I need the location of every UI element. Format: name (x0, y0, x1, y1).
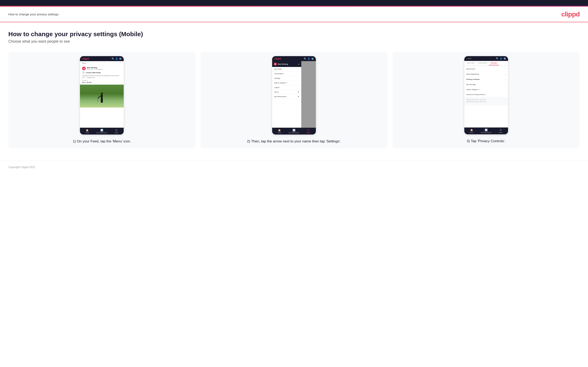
menu-user-row[interactable]: B Blair McHarg ▲ (272, 61, 301, 67)
nav-menu-1[interactable]: ☰ Menu (109, 128, 124, 134)
search-icon-3: 🔍 (496, 57, 499, 60)
settings-item-service-privacy[interactable]: Service & Privacy Policy ↗ (464, 92, 508, 97)
step-3-caption: 3) Tap 'Privacy Controls'. (467, 139, 506, 144)
nav-menu-3[interactable]: ☰ Menu (493, 128, 508, 134)
menu-item-settings[interactable]: Settings (272, 76, 301, 81)
data-integrations-label: Data Integrations (467, 73, 479, 75)
lesson-icon: ✏️ (82, 71, 85, 74)
logo: clippd (561, 10, 580, 18)
nav-menu-label-3: Menu (499, 132, 503, 133)
step-3-card: < Back 🔍 👤 ⚙️ My Profile Connections Set… (392, 52, 580, 148)
menu-item-profile[interactable]: My Profile (272, 67, 301, 72)
settings-icon-3: ⚙️ (503, 57, 506, 60)
back-button[interactable]: < Back (467, 58, 472, 59)
close-icon: ✕ (308, 129, 309, 132)
nav-home-2[interactable]: 🏠 Home (272, 128, 287, 134)
phone-logo-2: clippd (274, 57, 281, 60)
settings-item-my-golf-bag[interactable]: My Golf Bag › (464, 82, 508, 87)
my-golf-bag-label: My Golf Bag (467, 83, 476, 85)
nav-home-3[interactable]: 🏠 Home (464, 128, 479, 134)
chevron-right-3: › (505, 78, 506, 80)
settings-item-privacy-controls[interactable]: Privacy Controls › (464, 77, 508, 82)
svg-point-0 (101, 92, 103, 95)
menu-item-help[interactable]: Help & Support ↗ (272, 81, 301, 85)
avatar-1: B (82, 67, 86, 70)
nav-home-label-3: Home (469, 132, 474, 133)
nav-performance-2[interactable]: 📊 My Performance (287, 128, 301, 134)
step-2-caption: 2) Then, tap the arrow next to your name… (247, 139, 341, 144)
footer: Copyright Clippd 2022 (0, 161, 588, 173)
chevron-right-1: › (505, 68, 506, 70)
nav-home-1[interactable]: 🏠 Home (80, 128, 95, 134)
phone-top-bar-3: < Back 🔍 👤 ⚙️ (464, 56, 508, 61)
settings-item-my-account[interactable]: My Account › (464, 66, 508, 71)
menu-section-performance[interactable]: My Performance ▼ (272, 94, 301, 99)
nav-menu-2[interactable]: ✕ Menu (301, 128, 316, 134)
version-line-1: Clippd Client Version: 2022.8.3-3 (467, 99, 506, 101)
svg-line-4 (98, 96, 101, 98)
settings-icon-2: ⚙️ (311, 58, 314, 60)
menu-performance-label: My Performance (274, 96, 286, 98)
phone-top-bar-2: clippd 🔍 👤 ⚙️ (272, 56, 316, 61)
search-icon: 🔍 (112, 58, 114, 60)
svg-rect-1 (101, 95, 103, 99)
step-2-card: clippd 🔍 👤 ⚙️ Feed content... (200, 52, 388, 148)
footer-copyright: Copyright Clippd 2022 (8, 166, 35, 169)
privacy-controls-label: Privacy Controls (467, 78, 480, 80)
lesson-title: Lesson with Fordy (86, 72, 101, 74)
menu-user-name: Blair McHarg (278, 63, 288, 65)
svg-line-5 (98, 98, 98, 102)
nav-menu-label-1: Menu (115, 132, 119, 133)
tab-connections[interactable]: Connections (476, 61, 489, 65)
svg-rect-3 (102, 99, 103, 103)
lesson-row: ✏️ Lesson with Fordy (82, 71, 121, 74)
help-support-label: Help & Support ↗ (467, 89, 480, 91)
nav-performance-1[interactable]: 📊 My Performance (95, 128, 109, 134)
duration-val: 01 hr : 30 min (82, 82, 91, 83)
page-heading: How to change your privacy settings (Mob… (8, 31, 580, 38)
step-1-card: clippd 🔍 👤 ⚙️ Feed B Blair McHarg (8, 52, 196, 148)
menu-panel: B Blair McHarg ▲ My Profile Connections … (272, 61, 301, 128)
tab-settings[interactable]: Settings (489, 61, 499, 65)
feed-post: B Blair McHarg Yesterday · Sunningdale ✏… (80, 65, 124, 85)
performance-icon: 📊 (100, 129, 103, 132)
feed-tab: Feed (80, 61, 124, 65)
nav-performance-label-3: My Performance (481, 132, 491, 133)
version-info: Clippd Client Version: 2022.8.3-3 GQL Se… (464, 97, 508, 105)
menu-item-logout[interactable]: Logout (272, 85, 301, 90)
post-name: Blair McHarg (87, 67, 103, 69)
header-title: How to change your privacy settings (8, 12, 59, 16)
post-header: B Blair McHarg Yesterday · Sunningdale (82, 67, 121, 70)
settings-tabs: My Profile Connections Settings (464, 61, 508, 66)
chevron-down-icon-2: ▼ (298, 96, 299, 98)
step-2-phone: clippd 🔍 👤 ⚙️ Feed content... (272, 56, 316, 134)
phone-bottom-nav-2: 🏠 Home 📊 My Performance ✕ Menu (272, 128, 316, 134)
nav-performance-3[interactable]: 📊 My Performance (479, 128, 493, 134)
menu-section-home[interactable]: Home ▼ (272, 90, 301, 94)
top-bar (0, 0, 588, 6)
nav-home-label-2: Home (277, 132, 282, 133)
menu-item-connections[interactable]: Connections (272, 72, 301, 76)
performance-icon-2: 📊 (293, 129, 295, 132)
settings-list: My Account › Data Integrations › Privacy… (464, 66, 508, 105)
phone-bottom-nav-1: 🏠 Home 📊 My Performance ☰ Menu (80, 128, 124, 134)
post-sub: Yesterday · Sunningdale (87, 69, 103, 70)
service-privacy-label: Service & Privacy Policy ↗ (467, 93, 486, 95)
duration-row: Duration 01 hr : 30 min (82, 79, 121, 83)
settings-item-help-support[interactable]: Help & Support ↗ (464, 87, 508, 92)
settings-icon: ⚙️ (119, 58, 121, 60)
settings-item-data-integrations[interactable]: Data Integrations › (464, 72, 508, 76)
menu-home-label: Home (274, 91, 279, 93)
duration-label: Duration (82, 80, 87, 81)
version-line-2: GQL Server Version: 2022.7.30-1 (467, 101, 506, 103)
main-content: How to change your privacy settings (Mob… (0, 22, 588, 161)
phone-bottom-nav-3: 🏠 Home 📊 My Performance ☰ Menu (464, 127, 508, 134)
phone-icons-1: 🔍 👤 ⚙️ (112, 58, 121, 60)
header: How to change your privacy settings clip… (0, 7, 588, 22)
tab-my-profile[interactable]: My Profile (466, 61, 476, 65)
menu-user-left: B Blair McHarg (274, 63, 288, 66)
nav-home-label: Home (85, 132, 89, 133)
search-icon-2: 🔍 (304, 58, 306, 60)
home-icon-3: 🏠 (470, 129, 473, 131)
golfer-svg (97, 92, 107, 108)
